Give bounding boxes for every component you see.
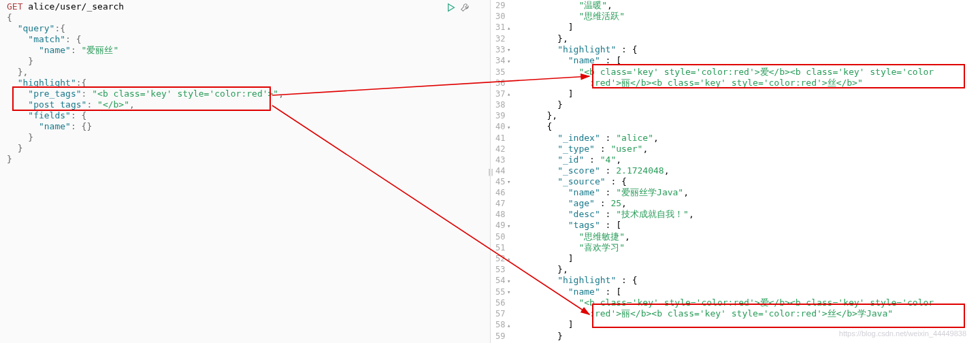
response-line: 40▾ { [491,121,981,133]
response-line: 42 "_type" : "user", [491,144,981,154]
response-line: 44 "_score" : 2.1724048, [491,165,981,176]
response-line: 37▴ ] [491,88,981,100]
request-pane[interactable]: GET alice/user/_search { "query":{ "matc… [0,0,491,343]
wrench-icon[interactable] [460,3,470,14]
request-editor[interactable]: GET alice/user/_search { "query":{ "matc… [0,0,490,166]
response-line: 52▴ ] [491,253,981,265]
splitter-handle[interactable]: || [487,168,493,176]
response-line: 32 }, [491,33,981,44]
action-icons [446,3,470,14]
response-line: 29 "温暖", [491,0,981,11]
response-editor[interactable]: 29 "温暖",30 "思维活跃"31▴ ]32 },33▾ "highligh… [491,0,981,343]
response-line: 41 "_index" : "alice", [491,133,981,144]
response-line: 36 :red'>丽</b><b class='key' style='colo… [491,78,981,88]
response-line: 45▾ "_source" : { [491,176,981,188]
response-line: 48 "desc" : "技术成就自我！", [491,209,981,220]
response-line: 34▾ "name" : [ [491,55,981,67]
response-line: 39 }, [491,110,981,121]
response-line: 50 "思维敏捷", [491,231,981,242]
response-line: 54▾ "highlight" : { [491,275,981,287]
request-path: alice/user/_search [28,1,124,12]
response-line: 35 "<b class='key' style='color:red'>爱</… [491,67,981,78]
response-line: 49▾ "tags" : [ [491,220,981,231]
run-icon[interactable] [446,3,456,14]
response-line: 38 } [491,99,981,110]
response-line: 51 "喜欢学习" [491,242,981,253]
response-pane[interactable]: 29 "温暖",30 "思维活跃"31▴ ]32 },33▾ "highligh… [491,0,981,343]
response-line: 53 }, [491,264,981,275]
response-line: 30 "思维活跃" [491,11,981,22]
watermark: https://blog.csdn.net/weixin_44449838 [839,329,966,338]
http-method: GET [7,1,22,12]
response-line: 31▴ ] [491,22,981,33]
response-line: 46 "name" : "爱丽丝学Java", [491,187,981,198]
response-line: 43 "_id" : "4", [491,154,981,165]
response-line: 57 :red'>丽</b><b class='key' style='colo… [491,308,981,319]
response-line: 33▾ "highlight" : { [491,44,981,56]
response-line: 47 "age" : 25, [491,198,981,209]
response-line: 55▾ "name" : [ [491,287,981,298]
response-line: 56 "<b class='key' style='color:red'>爱</… [491,297,981,308]
